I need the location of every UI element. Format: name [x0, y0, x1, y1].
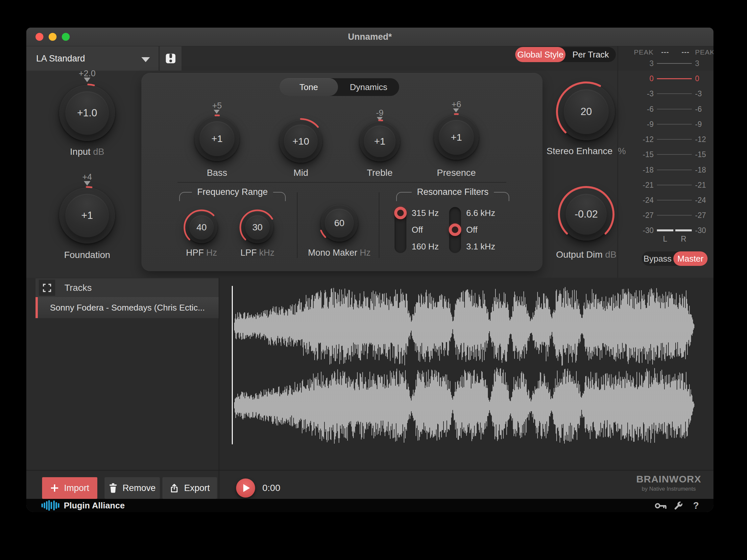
meter-tick: -6: [621, 105, 654, 113]
channel-label-left: L: [657, 235, 673, 243]
meter-level-left: [657, 230, 673, 231]
style-toggle: Global Style Per Track: [515, 47, 616, 62]
remove-button[interactable]: Remove: [105, 477, 160, 499]
meter-tick: 3: [621, 59, 654, 68]
stereo-enhance-value: 20: [581, 106, 592, 118]
meter-panel-divider: [617, 46, 618, 278]
treble-label: Treble: [354, 168, 406, 178]
foundation-knob[interactable]: +1: [59, 188, 115, 243]
mono-maker-knob[interactable]: 60: [321, 205, 358, 242]
meter-tick-zero: 0: [621, 74, 654, 83]
section-divider: [297, 192, 298, 258]
foundation-value: +1: [81, 210, 93, 221]
resonance-high-option[interactable]: Off: [466, 225, 478, 235]
resonance-high-option[interactable]: 3.1 kHz: [466, 242, 495, 251]
foundation-annotation: +4: [71, 172, 104, 182]
lpf-label: LPF kHz: [231, 248, 284, 258]
mid-knob[interactable]: +10: [280, 120, 322, 163]
waveform-canvas[interactable]: [233, 283, 694, 447]
resonance-low-option[interactable]: 160 Hz: [412, 242, 439, 251]
global-style-tab[interactable]: Global Style: [515, 47, 566, 62]
frequency-range-title: Frequency Range: [192, 187, 273, 197]
meter-tick: -6: [695, 105, 712, 113]
track-selected-indicator: [35, 297, 38, 318]
brand-block: BRAINWORX by Native Instruments: [629, 474, 708, 492]
meter-line: [657, 109, 692, 109]
presence-label: Presence: [430, 168, 483, 178]
presence-knob[interactable]: +1: [434, 115, 479, 160]
play-button[interactable]: [236, 479, 255, 498]
help-icon[interactable]: ?: [693, 499, 699, 512]
master-button[interactable]: Master: [673, 251, 707, 266]
meter-line: [657, 93, 692, 94]
meter-tick: -27: [695, 211, 712, 219]
play-icon: [243, 484, 250, 492]
meter-tick: -27: [621, 211, 654, 219]
waveform-panel[interactable]: [218, 278, 714, 470]
meter-tick: 3: [695, 59, 712, 68]
per-track-tab[interactable]: Per Track: [566, 47, 616, 62]
plugin-alliance-label: Plugin Alliance: [64, 499, 125, 512]
meter-tick: -12: [695, 135, 712, 143]
footer-bar: Plugin Alliance ?: [26, 499, 714, 512]
foundation-pointer-icon: [84, 181, 91, 186]
peak-value-right: ---: [677, 48, 694, 56]
import-button[interactable]: Import: [42, 477, 97, 499]
resonance-high-option[interactable]: 6.6 kHz: [466, 208, 495, 218]
bass-knob[interactable]: +1: [195, 116, 239, 161]
input-annotation: +2.0: [71, 69, 104, 79]
input-knob[interactable]: +1.0: [59, 85, 115, 141]
tab-tone[interactable]: Tone: [280, 78, 338, 96]
resonance-low-option[interactable]: Off: [412, 225, 423, 235]
bypass-button[interactable]: Bypass: [642, 251, 673, 266]
mono-maker-value: 60: [334, 218, 344, 229]
panel-divider: [178, 182, 506, 183]
meter-tick: -15: [621, 150, 654, 159]
mid-label: Mid: [275, 168, 327, 178]
frequency-range-group: Frequency Range: [179, 192, 286, 201]
save-preset-button[interactable]: [160, 46, 181, 71]
peak-value-left: ---: [657, 48, 673, 56]
track-row[interactable]: Sonny Fodera - Somedays (Chris Ectic...: [35, 297, 218, 318]
resonance-high-slider-handle[interactable]: [449, 223, 461, 236]
bass-label: Bass: [191, 168, 243, 178]
hpf-label: HPF Hz: [175, 248, 228, 258]
bass-annotation: +5: [201, 101, 233, 111]
settings-wrench-icon[interactable]: [673, 501, 683, 511]
plugin-alliance-logo-icon: [42, 500, 62, 511]
preset-name: LA Standard: [36, 46, 85, 71]
meter-tick: -9: [695, 120, 712, 129]
treble-knob[interactable]: +1: [360, 121, 400, 161]
titlebar: Unnamed*: [26, 28, 714, 46]
playhead[interactable]: [232, 286, 233, 444]
tracks-header: Tracks: [35, 278, 218, 297]
lpf-knob[interactable]: 30: [242, 212, 273, 243]
meter-tick: -21: [621, 181, 654, 189]
meter-tick: -30: [695, 226, 712, 235]
meter-tick: -3: [621, 89, 654, 98]
output-dim-label: Output Dim dB: [537, 249, 636, 260]
tone-panel: Tone Dynamics +5 +1 Bass +10 Mid -9: [141, 73, 542, 271]
input-pointer-icon: [84, 78, 91, 82]
meter-line: [657, 215, 692, 216]
output-dim-knob[interactable]: -0.02: [560, 188, 613, 241]
export-button[interactable]: Export: [162, 477, 217, 499]
peak-header-left: PEAK: [621, 48, 654, 56]
meter-tick: -24: [621, 196, 654, 205]
hpf-knob[interactable]: 40: [186, 212, 217, 243]
presence-annotation: +6: [440, 99, 473, 109]
stereo-enhance-knob[interactable]: 20: [558, 83, 615, 140]
resonance-low-slider-handle[interactable]: [394, 207, 407, 219]
meter-tick: -9: [621, 120, 654, 129]
tab-dynamics[interactable]: Dynamics: [338, 78, 399, 96]
meter-tick: -24: [695, 196, 712, 205]
meter-line: [657, 63, 692, 64]
expand-tracks-button[interactable]: [39, 280, 55, 296]
input-value: +1.0: [77, 107, 97, 119]
mid-value: +10: [292, 136, 309, 147]
resonance-low-option[interactable]: 315 Hz: [412, 208, 439, 218]
license-key-icon[interactable]: [655, 502, 667, 510]
meter-tick: -18: [621, 166, 654, 174]
meter-line: [657, 200, 692, 201]
preset-dropdown[interactable]: LA Standard: [26, 46, 158, 71]
